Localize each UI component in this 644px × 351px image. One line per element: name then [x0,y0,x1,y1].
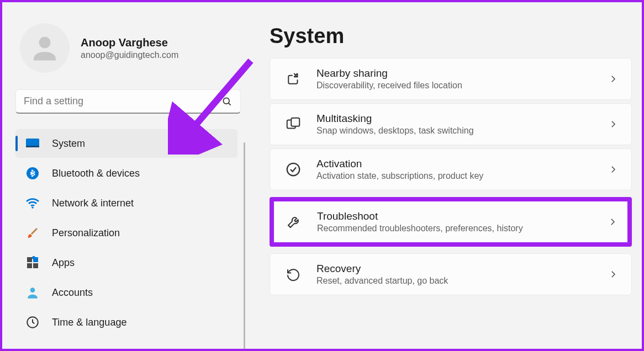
sidebar-item-label: Time & language [52,317,126,328]
main-content: System Nearby sharingDiscoverability, re… [251,2,642,349]
chevron-right-icon [608,217,617,227]
wrench-icon [285,213,303,231]
setting-title: Recovery [316,263,594,275]
svg-point-6 [31,206,34,209]
profile-block[interactable]: Anoop Varghese anoop@guidingtech.com [15,23,243,73]
search-icon [221,96,233,107]
sidebar-item-personalization[interactable]: Personalization [15,219,237,247]
sidebar-item-label: Apps [52,257,75,269]
clock-icon [25,315,40,329]
setting-title: Troubleshoot [317,210,593,222]
setting-title: Activation [316,158,594,170]
svg-rect-9 [27,263,32,268]
bluetooth-icon [25,166,40,180]
search-box[interactable] [15,89,241,114]
settings-list: Nearby sharingDiscoverability, received … [270,58,632,295]
svg-rect-4 [26,146,39,147]
svg-rect-15 [291,118,299,126]
setting-activation[interactable]: ActivationActivation state, subscription… [270,148,632,190]
sidebar-item-bluetooth-devices[interactable]: Bluetooth & devices [15,159,237,188]
check-icon [284,161,302,178]
setting-desc: Recommended troubleshooters, preferences… [317,224,593,233]
sidebar: Anoop Varghese anoop@guidingtech.com Sys… [2,2,251,349]
search-input[interactable] [24,95,221,107]
brush-icon [25,226,40,240]
setting-text: MultitaskingSnap windows, desktops, task… [316,113,594,136]
setting-text: ActivationActivation state, subscription… [316,158,594,181]
sidebar-item-label: System [52,138,85,150]
sidebar-item-label: Network & internet [52,198,134,209]
recovery-icon [284,265,302,283]
chevron-right-icon [608,119,618,129]
chevron-right-icon [608,74,618,84]
setting-multitasking[interactable]: MultitaskingSnap windows, desktops, task… [270,103,632,145]
sidebar-item-network-internet[interactable]: Network & internet [15,189,237,217]
profile-text: Anoop Varghese anoop@guidingtech.com [81,36,178,60]
svg-point-1 [223,98,229,104]
person-icon [28,31,61,65]
sidebar-scrollbar[interactable] [244,142,245,349]
setting-desc: Discoverability, received files location [316,81,594,91]
svg-rect-7 [27,257,32,262]
setting-title: Multitasking [316,113,594,125]
svg-line-2 [229,103,231,105]
account-icon [25,285,40,300]
sidebar-item-label: Personalization [52,227,120,239]
system-icon [25,136,40,151]
svg-point-0 [39,37,51,49]
avatar [20,23,70,73]
share-icon [284,70,302,88]
sidebar-item-apps[interactable]: Apps [15,248,237,277]
svg-point-16 [287,163,300,176]
svg-point-11 [32,256,35,259]
setting-desc: Snap windows, desktops, task switching [316,126,594,136]
sidebar-item-time-language[interactable]: Time & language [15,308,237,337]
setting-title: Nearby sharing [316,67,594,79]
setting-desc: Activation state, subscriptions, product… [316,171,594,181]
setting-nearby-sharing[interactable]: Nearby sharingDiscoverability, received … [270,58,632,100]
sidebar-nav: SystemBluetooth & devicesNetwork & inter… [15,129,237,337]
setting-desc: Reset, advanced startup, go back [316,276,594,286]
sidebar-item-accounts[interactable]: Accounts [15,278,237,307]
chevron-right-icon [608,269,618,279]
page-title: System [270,24,632,48]
setting-text: RecoveryReset, advanced startup, go back [316,263,594,286]
chevron-right-icon [608,164,618,174]
setting-text: Nearby sharingDiscoverability, received … [316,67,594,91]
profile-email: anoop@guidingtech.com [81,50,178,60]
setting-recovery[interactable]: RecoveryReset, advanced startup, go back [270,253,632,295]
setting-troubleshoot[interactable]: TroubleshootRecommended troubleshooters,… [270,197,632,247]
sidebar-item-system[interactable]: System [15,129,237,158]
sidebar-item-label: Bluetooth & devices [52,168,140,179]
setting-text: TroubleshootRecommended troubleshooters,… [317,210,593,233]
multitask-icon [284,115,302,133]
svg-point-12 [30,288,35,292]
apps-icon [25,256,40,270]
profile-name: Anoop Varghese [81,36,178,49]
sidebar-item-label: Accounts [52,287,93,299]
wifi-icon [25,196,40,210]
svg-rect-10 [33,263,38,268]
